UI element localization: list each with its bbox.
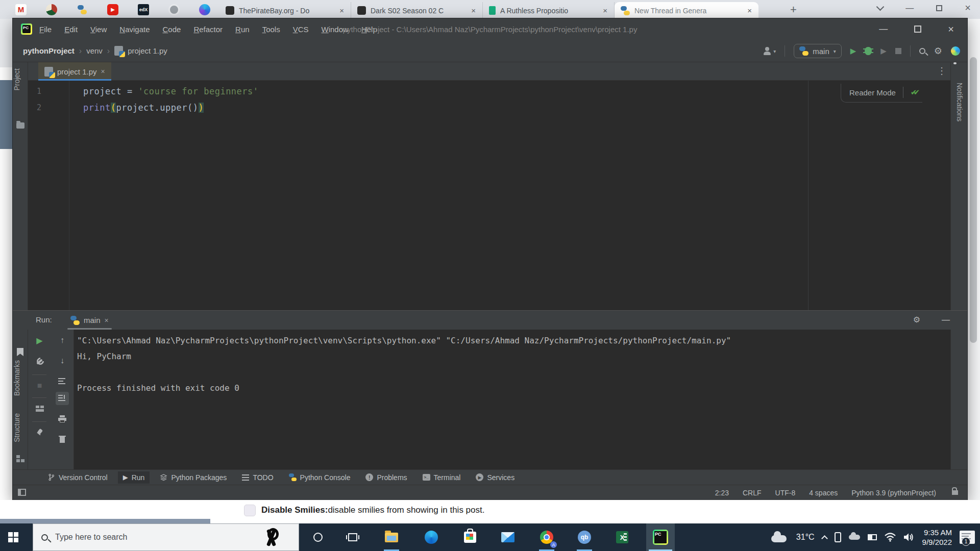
breadcrumb-item[interactable]: venv xyxy=(86,46,103,55)
menu-tools[interactable]: Tools xyxy=(262,25,280,34)
start-button[interactable] xyxy=(8,532,18,542)
menu-edit[interactable]: Edit xyxy=(64,25,78,34)
pycharm-taskbar-button[interactable]: PC xyxy=(646,523,675,551)
tool-button-project[interactable]: Project xyxy=(13,68,28,91)
tool-window-button-version-control[interactable]: Version Control xyxy=(42,471,113,484)
menu-vcs[interactable]: VCS xyxy=(293,25,309,34)
tab-close-icon[interactable]: × xyxy=(746,6,753,15)
status-indent[interactable]: 4 spaces xyxy=(809,489,838,497)
webpage-scrollbar[interactable]: ▼ xyxy=(967,19,980,523)
mail-button[interactable] xyxy=(496,523,520,551)
browser-tab[interactable]: New Thread in Genera× xyxy=(615,2,758,19)
python-pinned-tab[interactable] xyxy=(77,4,88,15)
chrome-button[interactable]: A xyxy=(535,523,558,551)
code-line[interactable]: 2print(project.upper()) xyxy=(28,99,950,116)
qbittorrent-button[interactable]: qb xyxy=(573,523,596,551)
run-button[interactable]: ▶ xyxy=(850,46,856,56)
user-menu[interactable]: ▾ xyxy=(763,47,776,55)
menu-run[interactable]: Run xyxy=(235,25,250,34)
up-stacktrace-icon[interactable]: ↑ xyxy=(56,334,69,347)
scrollbar-thumb[interactable] xyxy=(970,57,977,343)
clock[interactable]: 9:35 AM 9/9/2022 xyxy=(922,528,952,547)
temperature[interactable]: 31°C xyxy=(796,533,815,542)
menu-refactor[interactable]: Refactor xyxy=(193,25,223,34)
menu-navigate[interactable]: Navigate xyxy=(119,25,150,34)
kebab-menu-icon[interactable]: ⋮ xyxy=(937,65,946,77)
run-tab-close-icon[interactable]: × xyxy=(105,316,109,324)
hide-panel-icon[interactable]: — xyxy=(942,315,950,324)
taskbar-search-box[interactable]: Type here to search xyxy=(33,523,299,551)
breadcrumb-item[interactable]: pythonProject xyxy=(23,46,75,55)
menu-file[interactable]: File xyxy=(39,25,52,34)
down-stacktrace-icon[interactable]: ↓ xyxy=(56,354,69,367)
debug-button[interactable] xyxy=(865,47,872,55)
tool-window-button-run[interactable]: ▶Run xyxy=(118,471,150,484)
tool-window-button-services[interactable]: ▶Services xyxy=(471,471,520,484)
tab-close-icon[interactable]: × xyxy=(101,67,105,76)
tool-window-button-python-packages[interactable]: Python Packages xyxy=(155,471,232,484)
menu-view[interactable]: View xyxy=(90,25,107,34)
layout-toggle-icon[interactable] xyxy=(18,489,26,496)
your-phone-icon[interactable] xyxy=(835,532,841,542)
soft-wrap-icon[interactable] xyxy=(56,374,69,388)
store-button[interactable] xyxy=(458,523,482,551)
sphere-pinned-tab[interactable] xyxy=(199,4,210,15)
action-center-icon[interactable]: 1 xyxy=(960,531,975,544)
volume-icon[interactable] xyxy=(903,533,915,542)
run-console[interactable]: "C:\Users\Ahmad Naz\PycharmProjects\pyth… xyxy=(75,330,950,469)
weather-icon[interactable] xyxy=(771,531,789,543)
tool-button-notifications[interactable]: Notifications xyxy=(955,83,964,121)
wifi-icon[interactable] xyxy=(885,533,896,542)
clear-all-trash-icon[interactable] xyxy=(56,433,69,446)
tool-button-bookmarks[interactable]: Bookmarks xyxy=(13,360,28,396)
restore-layout-icon[interactable] xyxy=(33,402,46,415)
youtube-pinned-tab[interactable]: ▶ xyxy=(107,4,118,15)
onedrive-icon[interactable] xyxy=(849,535,860,540)
tool-window-button-problems[interactable]: !Problems xyxy=(360,471,412,484)
cortana-button[interactable] xyxy=(306,523,330,551)
edge-button[interactable] xyxy=(420,523,443,551)
lock-icon[interactable] xyxy=(952,490,958,495)
menu-code[interactable]: Code xyxy=(163,25,181,34)
browser-tab[interactable]: ThePirateBay.org - Do× xyxy=(219,2,351,19)
breadcrumb-item[interactable]: project 1.py xyxy=(128,46,167,55)
code-with-me-icon[interactable] xyxy=(951,46,960,56)
crest-pinned-tab[interactable] xyxy=(46,4,57,15)
status-caret-position[interactable]: 2:23 xyxy=(715,489,729,497)
status-interpreter[interactable]: Python 3.9 (pythonProject) xyxy=(851,489,936,497)
compass-pinned-tab[interactable] xyxy=(168,4,180,15)
task-view-button[interactable] xyxy=(341,523,364,551)
tool-button-structure[interactable]: Structure xyxy=(13,413,28,442)
edit-config-wrench-icon[interactable] xyxy=(33,354,46,367)
disable-smilies-checkbox[interactable] xyxy=(244,505,256,516)
file-explorer-button[interactable] xyxy=(380,523,403,551)
inspections-ok-icon[interactable]: ✔✔ xyxy=(911,88,920,97)
browser-tab[interactable]: Dark S02 Season 02 C× xyxy=(351,2,483,19)
excel-button[interactable]: X xyxy=(610,523,634,551)
settings-gear-icon[interactable]: ⚙ xyxy=(934,45,942,57)
stop-button[interactable]: ■ xyxy=(33,379,46,392)
maximize-button[interactable] xyxy=(914,26,921,33)
tab-close-icon[interactable]: × xyxy=(338,6,346,15)
editor-tab[interactable]: project 1.py × xyxy=(38,62,111,81)
status-encoding[interactable]: UTF-8 xyxy=(775,489,796,497)
rerun-button[interactable]: ▶ xyxy=(33,334,46,347)
profiler-button[interactable]: ▶ xyxy=(880,46,887,56)
tool-window-button-python-console[interactable]: Python Console xyxy=(284,471,356,484)
tool-window-button-todo[interactable]: TODO xyxy=(237,471,278,484)
code-editor[interactable]: 1project = 'course for beginners'2print(… xyxy=(28,81,950,310)
run-settings-gear-icon[interactable]: ⚙ xyxy=(913,315,920,324)
scroll-to-end-icon[interactable] xyxy=(56,392,69,405)
minimize-button[interactable]: — xyxy=(879,24,888,34)
tab-close-icon[interactable]: × xyxy=(601,6,609,15)
tab-close-icon[interactable]: × xyxy=(470,6,477,15)
edx-pinned-tab[interactable]: edX xyxy=(138,4,149,15)
close-button[interactable]: × xyxy=(948,23,954,35)
new-tab-button[interactable]: + xyxy=(790,3,797,16)
tray-overflow-chevron-icon[interactable] xyxy=(821,535,828,542)
stop-button[interactable] xyxy=(895,48,901,54)
browser-menu-chevron-icon[interactable] xyxy=(876,3,885,11)
search-everywhere-icon[interactable] xyxy=(919,48,925,54)
gmail-pinned-tab[interactable]: M xyxy=(15,4,27,15)
run-config-selector[interactable]: main ▾ xyxy=(794,44,842,58)
